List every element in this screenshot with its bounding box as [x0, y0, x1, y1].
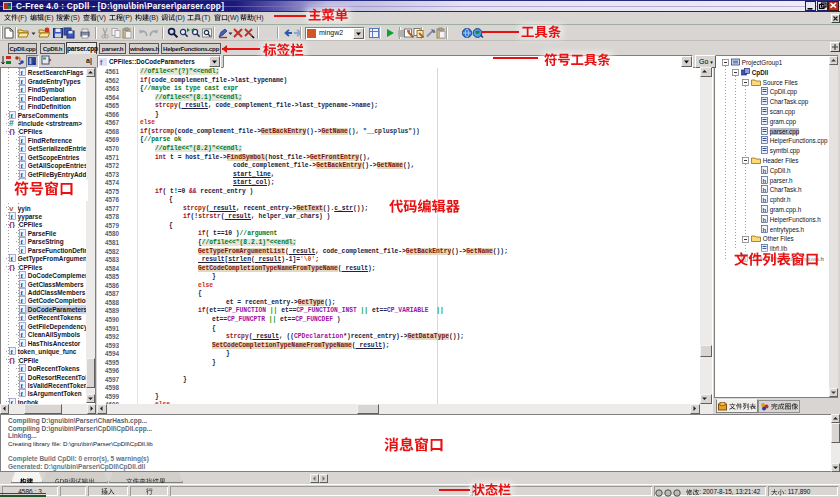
svg-text:h: h [763, 197, 767, 203]
svg-text:h: h [763, 187, 767, 193]
svg-text:h: h [763, 177, 767, 183]
svg-text:h: h [763, 226, 767, 232]
svg-text:h: h [763, 167, 767, 173]
svg-text:h: h [763, 207, 767, 213]
svg-text:h: h [763, 216, 767, 222]
